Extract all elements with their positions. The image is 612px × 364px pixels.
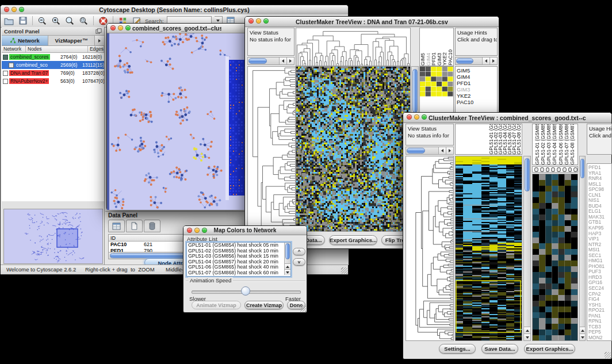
create-vizmap-button[interactable]: Create Vizmap — [244, 301, 284, 309]
control-panel-title: Control Panel — [4, 28, 40, 35]
network-window-title-bar[interactable]: combined_scores_good.txt--cluste... — [107, 24, 247, 33]
chevron-right-icon — [98, 39, 101, 43]
column-label[interactable]: GPL51-01 (GSM854 — [535, 124, 540, 164]
row-label[interactable]: GIM5 — [457, 67, 497, 74]
row-label[interactable]: YKE2 — [457, 93, 497, 99]
delete-attribute-tab[interactable] — [144, 220, 160, 232]
export-graphics-button[interactable]: Export Graphics... — [329, 235, 377, 245]
column-header[interactable]: ID — [109, 235, 191, 241]
column-label[interactable]: GPL51-08 (GSM872 — [570, 124, 575, 164]
column-header[interactable]: Edges — [88, 46, 104, 52]
zoom-out-button[interactable] — [37, 16, 48, 26]
minimize-button[interactable] — [256, 18, 261, 24]
network-list-row[interactable]: combined_scores 2764(0) 16218(0) — [2, 53, 104, 61]
attribute-item[interactable]: GPL51-07 (GSM868) heat shock 60 min — [187, 270, 290, 276]
close-button[interactable] — [4, 7, 9, 12]
column-label[interactable]: PAC10 — [448, 49, 454, 66]
usage-hints-title: Usage Hints — [589, 125, 610, 132]
zoom-in-icon — [51, 16, 61, 26]
global-heatmap-canvas[interactable] — [296, 67, 410, 231]
control-panel-tabs: Network VizMapper™ — [2, 36, 104, 46]
row-dendrogram-canvas[interactable] — [248, 67, 295, 231]
resize-grip[interactable] — [605, 352, 611, 358]
zoom-heatmap-canvas[interactable] — [420, 67, 453, 97]
open-file-button[interactable] — [3, 16, 14, 26]
row-id: PAC10 — [109, 242, 142, 247]
move-down-button[interactable]: v — [293, 258, 305, 266]
zoom-button[interactable] — [422, 114, 427, 120]
zoom-button[interactable] — [19, 7, 24, 12]
save-button[interactable] — [17, 16, 28, 26]
zoom-button[interactable] — [263, 18, 269, 24]
zoom-button[interactable] — [202, 228, 207, 233]
treeview-dna-title-bar[interactable]: ClusterMaker TreeView : DNA and Tran 07-… — [245, 17, 499, 27]
move-up-button[interactable]: ^ — [293, 248, 305, 255]
network-view-canvas[interactable] — [107, 33, 247, 210]
status-scrollbar[interactable] — [247, 57, 294, 65]
resize-grip[interactable] — [341, 267, 347, 274]
column-header[interactable]: Nodes — [26, 46, 88, 52]
attribute-listbox[interactable]: GPL51-01 (GSM854) heat shock 05 minGPL51… — [186, 242, 291, 277]
node-attribute-tab[interactable] — [108, 220, 125, 232]
close-button[interactable] — [248, 18, 254, 24]
network-overview-canvas[interactable] — [3, 209, 103, 264]
column-label[interactable]: GPL51-08 (GSM872 — [517, 124, 521, 154]
column-label[interactable]: GPL51-07 (GSM868 — [564, 124, 569, 164]
column-dendrogram-canvas[interactable] — [296, 28, 410, 66]
animate-vizmap-button[interactable]: Animate Vizmap — [192, 301, 241, 309]
export-graphics-button[interactable]: Export Graphics... — [524, 344, 575, 354]
status-scrollbar[interactable] — [406, 147, 454, 155]
zoom-heatmap-canvas[interactable] — [533, 174, 577, 340]
minimize-button[interactable] — [414, 114, 419, 120]
global-heatmap-canvas[interactable] — [456, 156, 522, 340]
row-label[interactable]: GIM3 — [457, 86, 497, 93]
network-list-row[interactable]: RNAPuberNov2+ 563(0) 107847(0) — [2, 77, 104, 85]
float-panel-icon[interactable] — [95, 28, 102, 35]
save-data-button[interactable]: Save Data... — [481, 344, 518, 354]
listbox-scrollbar[interactable] — [284, 243, 290, 275]
row-dendrogram-canvas[interactable] — [406, 156, 453, 340]
network-list-row[interactable]: combined_sco 2569(6) 13112(15) — [2, 61, 104, 69]
main-title-bar[interactable]: Cytoscape Desktop (Session Name: collins… — [1, 5, 348, 15]
edge-attribute-tab[interactable] — [126, 220, 143, 232]
view-status-title: View Status — [250, 29, 292, 36]
minimize-button[interactable] — [194, 228, 200, 233]
tab-network[interactable]: Network — [2, 36, 48, 45]
gene-label[interactable]: MON2 — [588, 335, 611, 341]
animation-speed-slider-thumb[interactable] — [241, 286, 250, 296]
usage-scrollbar[interactable] — [455, 57, 498, 65]
zoom-in-button[interactable] — [51, 16, 62, 26]
column-header[interactable]: Network — [2, 46, 26, 52]
column-label[interactable]: GPL51-02 (GSM855 — [541, 124, 546, 164]
heatmap-vertical-scrollbar[interactable] — [523, 156, 531, 341]
row-label[interactable]: GIM4 — [457, 74, 497, 80]
close-button[interactable] — [110, 25, 116, 30]
column-marker-icons — [532, 166, 578, 173]
zoom-region-icon — [79, 16, 89, 26]
dialog-title-bar[interactable]: Map Colors to Network — [183, 226, 307, 235]
settings-button[interactable]: Settings... — [439, 344, 476, 354]
row-label[interactable]: PAC10 — [457, 99, 497, 105]
row-label[interactable]: PFD1 — [457, 80, 497, 86]
network-list: combined_scores 2764(0) 16218(0) combine… — [2, 53, 104, 201]
usage-hints-panel: Usage Hints Click and drag — [587, 124, 612, 155]
close-button[interactable] — [187, 228, 192, 233]
column-label[interactable]: GPL51-03 (GSM856 — [546, 124, 552, 164]
zoom-selected-button[interactable] — [78, 16, 89, 26]
network-nodes-count: 2569(6) — [60, 62, 82, 68]
treeview-combined-title-bar[interactable]: ClusterMaker TreeView : combined_scores_… — [403, 113, 611, 123]
zoom-column-labels: GPL51-01 (GSM854GPL51-02 (GSM855GPL51-03… — [532, 124, 578, 165]
resize-grip[interactable] — [300, 305, 306, 312]
usage-hints-text: Click and drag to — [457, 36, 495, 43]
zoom-fit-button[interactable] — [64, 16, 75, 26]
network-list-row[interactable]: DNA and Tran 07 769(0) 183728(0) — [2, 69, 104, 77]
gene-list-scrollbar[interactable] — [579, 156, 586, 341]
minimize-button[interactable] — [118, 25, 123, 30]
column-label[interactable]: GPL51-06 (GSM865 — [559, 124, 564, 164]
column-label[interactable]: GPL51-04 (GSM857 — [552, 124, 557, 164]
tab-overflow-button[interactable] — [95, 36, 104, 45]
tab-vizmapper[interactable]: VizMapper™ — [48, 36, 95, 45]
zoom-button[interactable] — [125, 25, 131, 30]
minimize-button[interactable] — [12, 7, 17, 12]
close-button[interactable] — [407, 114, 412, 120]
